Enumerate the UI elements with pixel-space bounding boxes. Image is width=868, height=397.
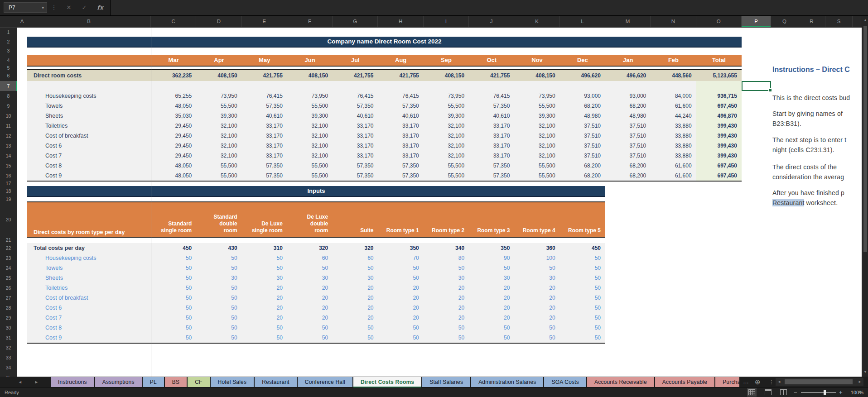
inputs-row-label[interactable]: Sheets — [45, 273, 63, 283]
detail-cell[interactable]: 55,500 — [287, 171, 328, 181]
detail-cell[interactable]: 68,200 — [560, 171, 601, 181]
sheet-tab-purchases[interactable]: Purchases — [715, 377, 739, 387]
inputs-cell[interactable]: 30 — [333, 273, 373, 283]
detail-cell[interactable]: 33,170 — [333, 121, 373, 131]
detail-cell[interactable]: 76,415 — [333, 91, 373, 101]
row-header-35[interactable]: 35 — [0, 373, 17, 377]
cancel-icon[interactable]: ✕ — [63, 0, 74, 15]
column-header-L[interactable]: L — [560, 16, 605, 27]
detail-cell[interactable]: 37,510 — [560, 141, 601, 151]
inputs-cell[interactable]: 50 — [151, 273, 192, 283]
inputs-total-cell[interactable]: 350 — [469, 243, 510, 253]
column-header-M[interactable]: M — [605, 16, 651, 27]
inputs-row-label[interactable]: Cost 6 — [45, 303, 62, 313]
sheet-tab-staff-salaries[interactable]: Staff Salaries — [422, 377, 470, 387]
page-layout-view-icon[interactable] — [765, 389, 772, 395]
detail-cell[interactable]: 76,415 — [378, 91, 419, 101]
detail-cell[interactable]: 32,100 — [424, 151, 464, 161]
inputs-cell[interactable]: 60 — [287, 253, 328, 263]
row-header-5[interactable]: 5 — [0, 66, 17, 70]
detail-cell[interactable]: 57,350 — [469, 101, 510, 111]
sheet-tab-restaurant[interactable]: Restaurant — [255, 377, 297, 387]
detail-cell[interactable]: 57,350 — [333, 101, 373, 111]
detail-cell[interactable]: 32,100 — [287, 121, 328, 131]
inputs-cell[interactable]: 50 — [560, 333, 601, 343]
sheet-tab-assumptions[interactable]: Assumptions — [95, 377, 142, 387]
inputs-cell[interactable]: 50 — [560, 303, 601, 313]
detail-cell[interactable]: 57,350 — [469, 161, 510, 171]
inputs-cell[interactable]: 50 — [196, 303, 237, 313]
row-header-26[interactable]: 26 — [0, 283, 17, 293]
detail-cell[interactable]: 33,170 — [242, 131, 283, 141]
detail-cell[interactable]: 55,500 — [514, 101, 555, 111]
inputs-cell[interactable]: 50 — [242, 333, 283, 343]
inputs-cell[interactable]: 20 — [378, 313, 419, 323]
vertical-scroll-thumb[interactable] — [863, 26, 867, 252]
zoom-in-icon[interactable]: + — [839, 388, 843, 397]
inputs-cell[interactable]: 30 — [514, 273, 555, 283]
detail-cell[interactable]: 61,600 — [651, 161, 691, 171]
inputs-cell[interactable]: 70 — [378, 253, 419, 263]
month-header-feb[interactable]: Feb — [651, 55, 696, 66]
row-header-3[interactable]: 3 — [0, 47, 17, 55]
detail-cell[interactable]: 55,500 — [514, 161, 555, 171]
detail-cell[interactable]: 76,415 — [469, 91, 510, 101]
inputs-cell[interactable]: 50 — [151, 283, 192, 293]
inputs-cell[interactable]: 20 — [424, 313, 464, 323]
row-header-6[interactable]: 6 — [0, 70, 17, 81]
detail-cell[interactable]: 399,430 — [696, 141, 737, 151]
month-header-jun[interactable]: Jun — [287, 55, 333, 66]
inputs-cell[interactable]: 50 — [560, 273, 601, 283]
detail-cell[interactable]: 55,500 — [424, 171, 464, 181]
column-header-D[interactable]: D — [196, 16, 241, 27]
inputs-cell[interactable]: 100 — [514, 253, 555, 263]
inputs-cell[interactable]: 30 — [287, 273, 328, 283]
column-header-B[interactable]: B — [27, 16, 151, 27]
detail-cell[interactable]: 32,100 — [424, 131, 464, 141]
summary-cell[interactable]: 448,560 — [651, 70, 691, 81]
detail-cell[interactable]: 33,170 — [469, 151, 510, 161]
detail-cell[interactable]: 57,350 — [242, 101, 283, 111]
detail-cell[interactable]: 48,050 — [151, 171, 192, 181]
detail-cell[interactable]: 33,170 — [333, 151, 373, 161]
detail-cell[interactable]: 33,880 — [651, 131, 691, 141]
detail-cell[interactable]: 68,200 — [605, 101, 646, 111]
inputs-total-cell[interactable]: 450 — [151, 243, 192, 253]
insert-function-icon[interactable]: fx — [94, 0, 106, 15]
column-header-I[interactable]: I — [424, 16, 469, 27]
detail-cell[interactable]: 39,300 — [424, 111, 464, 121]
inputs-total-label[interactable]: Total costs per day — [34, 243, 85, 253]
room-type-header[interactable]: Room type 2 — [424, 202, 464, 236]
detail-cell[interactable]: 37,510 — [560, 131, 601, 141]
column-header-C[interactable]: C — [151, 16, 196, 27]
detail-cell[interactable]: 32,100 — [514, 151, 555, 161]
row-header-19[interactable]: 19 — [0, 196, 17, 202]
detail-cell[interactable]: 33,170 — [469, 141, 510, 151]
scroll-right-icon[interactable]: ► — [858, 378, 862, 386]
detail-cell[interactable]: 48,980 — [560, 111, 601, 121]
detail-cell[interactable]: 40,610 — [469, 111, 510, 121]
inputs-cell[interactable]: 50 — [196, 263, 237, 273]
detail-cell[interactable]: 29,450 — [151, 131, 192, 141]
detail-cell[interactable]: 37,510 — [605, 131, 646, 141]
inputs-cell[interactable]: 50 — [514, 323, 555, 333]
inputs-cell[interactable]: 50 — [151, 253, 192, 263]
detail-cell[interactable]: 399,430 — [696, 131, 737, 141]
detail-cell[interactable]: 32,100 — [424, 141, 464, 151]
inputs-cell[interactable]: 50 — [151, 313, 192, 323]
inputs-total-cell[interactable]: 310 — [242, 243, 283, 253]
detail-cell[interactable]: 65,255 — [151, 91, 192, 101]
inputs-row-label[interactable]: Cost 7 — [45, 313, 62, 323]
detail-cell[interactable]: 55,500 — [196, 171, 237, 181]
inputs-cell[interactable]: 20 — [242, 303, 283, 313]
month-header-total[interactable]: Total — [696, 55, 742, 66]
detail-cell[interactable]: 33,170 — [378, 141, 419, 151]
row-header-10[interactable]: 10 — [0, 111, 17, 121]
detail-cell[interactable]: 39,300 — [196, 111, 237, 121]
detail-cell[interactable]: 68,200 — [605, 161, 646, 171]
detail-cell[interactable]: 57,350 — [469, 171, 510, 181]
detail-cell[interactable]: 40,610 — [242, 111, 283, 121]
detail-cell[interactable]: 33,170 — [469, 131, 510, 141]
row-header-14[interactable]: 14 — [0, 151, 17, 161]
summary-cell[interactable]: 421,755 — [378, 70, 419, 81]
